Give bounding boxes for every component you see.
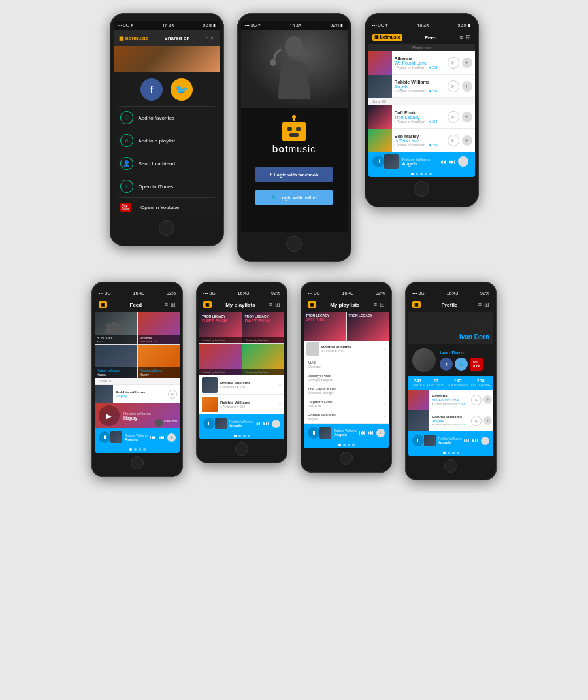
yt-button[interactable]: YouTube (470, 358, 483, 371)
pl-grid-item-4[interactable]: f Posted by IvanDorn (242, 344, 285, 375)
prev-button[interactable]: ⏮ (440, 158, 446, 165)
np-add-button[interactable]: + (458, 156, 468, 167)
feed-item-bob[interactable]: Bob Marley Is This Love f Posted by Ivan… (368, 129, 475, 152)
grid-item-robbie1[interactable]: Robbie williams Happy (95, 345, 137, 378)
stat-label: FOLLOWING (471, 383, 491, 387)
grid-item-rihanna[interactable]: Rihanna IvanDorn ♥ 256 (138, 312, 180, 344)
pause-button[interactable]: ⏸ (412, 435, 424, 446)
close-icon[interactable]: = ✕ (206, 35, 215, 41)
add-button[interactable]: + (483, 395, 492, 404)
play-button[interactable]: ▶ (448, 135, 459, 146)
np-thumb (384, 154, 399, 169)
add-button[interactable]: + (376, 429, 385, 437)
menu-icon[interactable]: ≡ (374, 301, 377, 308)
track-item-4[interactable]: Deptford Goth Feel Real › (304, 397, 389, 410)
grid-item-bonjovi[interactable]: BON JOVI ♥ 254 (95, 312, 137, 344)
pause-button[interactable]: ⏸ (203, 418, 215, 429)
pause-button[interactable]: ⏸ (372, 156, 384, 167)
send-friend-item[interactable]: 👤 Send to a friend (114, 152, 220, 175)
feed-item-robbie[interactable]: Robbie Williams Angels f Posted by IvanD… (368, 75, 475, 98)
facebook-share-icon[interactable]: f (140, 78, 163, 101)
add-button[interactable]: + (481, 437, 489, 445)
add-button[interactable]: + (483, 416, 492, 425)
menu-icon[interactable]: ≡ (165, 301, 168, 308)
next-button[interactable]: ⏭ (368, 429, 374, 436)
dot-5 (429, 173, 432, 175)
home-button[interactable] (414, 181, 429, 197)
prev-button[interactable]: ⏮ (359, 429, 365, 436)
pl-grid-item-1[interactable]: TRON LEGACYdaft punk f Posted by IvanDor… (199, 312, 242, 343)
play-button[interactable]: ▶ (448, 57, 459, 69)
header-icons: ≡ ⊞ (374, 301, 385, 308)
pl-grid-item-3[interactable]: f Posted by IvanDorn (199, 344, 242, 375)
tw-button[interactable]: 🐦 (455, 358, 468, 371)
next-button[interactable]: ⏭ (263, 420, 269, 427)
add-button[interactable]: + (462, 135, 472, 146)
track-artist: Angels (308, 417, 384, 421)
open-itunes-item[interactable]: ♪ Open in iTunes (114, 175, 220, 197)
play-button[interactable]: ▶ (471, 395, 482, 405)
home-button[interactable] (286, 236, 302, 252)
feed-item-daft[interactable]: Daft Punk Tron Legacy f Posted by IvanDo… (368, 105, 475, 129)
menu-icon[interactable]: ≡ (269, 301, 272, 308)
feed-item-rihanna[interactable]: Rihanna We Found Love f Posted by IvanDo… (368, 51, 475, 75)
next-button[interactable]: ⏭ (159, 434, 165, 441)
track-item-5[interactable]: Robbie Williams Angels › (304, 410, 389, 424)
pl-grid-top-2[interactable]: TRON LEGACY (347, 312, 389, 341)
band-silhouette (106, 322, 125, 335)
pl-grid-top-1[interactable]: TRON LEGACYdaft punk (304, 312, 346, 341)
track-item-2[interactable]: Jocelyn Pook Loving Strangers › (304, 371, 389, 384)
add-button[interactable]: + (462, 58, 472, 68)
home-button[interactable] (159, 220, 174, 236)
add-button[interactable]: + (167, 433, 176, 442)
pause-button[interactable]: ⏸ (308, 427, 319, 439)
home-button[interactable] (235, 442, 248, 456)
add-button[interactable]: + (462, 112, 472, 122)
grid-overlay: Robbie williams Happy (95, 367, 137, 378)
twitter-share-icon[interactable]: 🐦 (171, 78, 193, 101)
pl-item-2[interactable]: Robbie Williams ≡ All tracks ♥ 254 + (199, 395, 284, 414)
grid-icon[interactable]: ⊞ (171, 301, 176, 308)
login-facebook-button[interactable]: f Login with facebook (255, 167, 333, 182)
profile-feed-robbie[interactable]: Robbie Williams Angels f Posted by IvanD… (408, 410, 493, 431)
menu-icon[interactable]: ≡ (478, 301, 482, 308)
add-playlist-item[interactable]: ♫ Add to a playlist (114, 129, 220, 152)
grid-icon[interactable]: ⊞ (484, 301, 489, 308)
fb-button[interactable]: f (440, 358, 453, 371)
menu-icon[interactable]: ≡ (459, 34, 463, 41)
play-button[interactable]: ▶ (471, 416, 482, 426)
play-button[interactable]: ▶ (448, 111, 459, 123)
robbie-thumb (368, 75, 392, 98)
profile-feed-rihanna[interactable]: Rihanna We Found Love f Posted by IvanDo… (408, 390, 493, 410)
grid-icon[interactable]: ⊞ (380, 301, 385, 308)
home-button[interactable] (131, 456, 144, 469)
grid-item-robbie2[interactable]: Robbie williams Happy (138, 345, 180, 378)
play-button[interactable]: ▶ (448, 80, 459, 92)
grid-icon[interactable]: ⊞ (466, 34, 471, 41)
play-button[interactable]: ▶ (168, 390, 177, 399)
add-button[interactable]: + (462, 81, 472, 92)
stat-num: 347 (411, 378, 424, 383)
next-button[interactable]: ⏭ (449, 158, 455, 165)
prev-button[interactable]: ⏮ (150, 434, 156, 441)
add-button[interactable]: + (272, 420, 280, 428)
home-button[interactable] (444, 459, 457, 473)
wide-feed-item[interactable]: ▶ Robbie williams Happy IvanDorn (95, 403, 180, 428)
add-favorites-item[interactable]: ♡ Add to favorites (114, 107, 220, 129)
feed-item[interactable]: Robbie williams Happy ▶ (95, 385, 180, 403)
grid-icon[interactable]: ⊞ (275, 301, 280, 308)
prev-button[interactable]: ⏮ (255, 420, 261, 427)
pause-button[interactable]: ⏸ (99, 431, 110, 443)
daft-thumb (368, 105, 392, 129)
track-item-1[interactable]: MAS Splendor › (304, 358, 389, 371)
login-twitter-button[interactable]: 🐦 Login with twitter (255, 190, 333, 205)
np-thumb (424, 435, 436, 446)
track-item-3[interactable]: The Paper Kites Malleable Beings › (304, 384, 389, 397)
pl-grid-item-2[interactable]: TRON LEGACYdaft punk f Posted by IvanDor… (242, 312, 285, 343)
next-button[interactable]: ⏭ (472, 437, 478, 444)
play-circle[interactable]: ▶ (99, 405, 120, 426)
open-youtube-item[interactable]: YouTube Open in Youtube (114, 198, 220, 216)
home-button[interactable] (340, 452, 353, 465)
prev-button[interactable]: ⏮ (464, 437, 470, 444)
pl-item-1[interactable]: Robbie Williams ≡ All tracks ♥ 254 + (199, 375, 284, 395)
